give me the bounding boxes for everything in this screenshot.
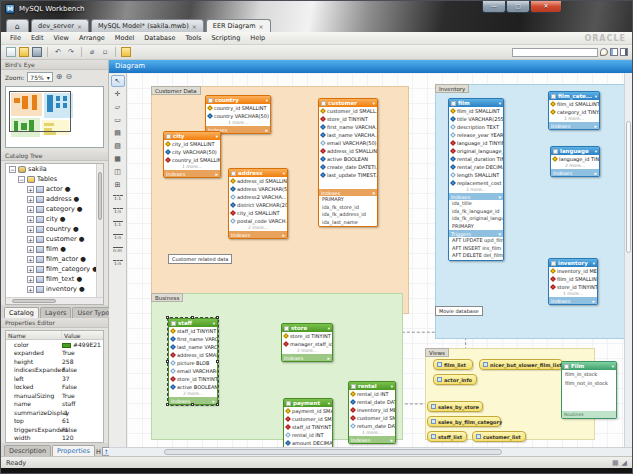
shrink-icon[interactable]: ▫ [100, 47, 110, 57]
tab-catalog[interactable]: Catalog [4, 307, 39, 318]
rel-n-m-identifying-tool[interactable]: n:m [111, 244, 125, 256]
tree-item-inventory[interactable]: +inventory ● [6, 284, 103, 294]
expand-icon[interactable]: + [27, 216, 34, 223]
note-movie-database[interactable]: Movie database [435, 306, 483, 316]
collapse-icon[interactable]: − [18, 176, 25, 183]
property-row-expanded[interactable]: expandedTrue [6, 349, 103, 358]
tree-item-customer[interactable]: +customer ● [6, 234, 103, 244]
undo-icon[interactable]: ↶ [53, 47, 63, 57]
tab-dev-server[interactable]: dev_server× [31, 19, 89, 32]
collapse-arrow-icon[interactable]: ▾ [213, 321, 215, 326]
section-indexes-collapsed[interactable]: Indexes▸ [549, 297, 597, 304]
table-film[interactable]: film▾film_id SMALLINTtitle VARCHAR(255)d… [448, 98, 504, 261]
collapse-arrow-icon[interactable]: ▾ [593, 261, 595, 266]
table-staff[interactable]: staff▾staff_id TINYINTfirst_name VARCH..… [168, 318, 218, 405]
open-model-icon[interactable] [19, 47, 29, 57]
eraser-tool[interactable]: ▱ [111, 101, 125, 113]
section-triggers[interactable]: Triggers▾ [449, 230, 503, 237]
table-language[interactable]: language▾language_id TINY...2 more...Ind… [550, 146, 600, 177]
table-header[interactable]: language▾ [551, 147, 599, 155]
new-document-icon[interactable] [6, 47, 16, 57]
collapse-arrow-icon[interactable]: ▾ [328, 326, 330, 331]
table-store[interactable]: store▾store_id TINYINTmanager_staff_id .… [281, 323, 333, 362]
canvas-horizontal-scrollbar[interactable] [109, 447, 632, 456]
table-header[interactable]: rental▾ [349, 382, 395, 390]
rel-1-1-non-identifying-tool[interactable]: 1:1 [111, 192, 125, 204]
table-address[interactable]: address▾address_id SMALLINTaddress VARCH… [228, 168, 288, 239]
tree-item-country[interactable]: +country ● [6, 224, 103, 234]
routine-group-film[interactable]: Film▾film_in_stockfilm_not_in_stockRouti… [561, 361, 617, 419]
no-sync-icon[interactable]: ⌀ [87, 47, 97, 57]
menu-scripting[interactable]: Scripting [206, 33, 245, 43]
toggle-left-panel-icon[interactable] [610, 48, 618, 56]
property-row-indicesExpanded[interactable]: indicesExpandedFalse [6, 366, 103, 375]
maximize-button[interactable]: ▢ [506, 1, 530, 13]
view-film_list[interactable]: film_list [433, 359, 473, 370]
diagram-canvas[interactable]: Customer DataInventoryBusinessViewscount… [127, 73, 624, 447]
expand-icon[interactable]: + [27, 266, 34, 273]
search-icon[interactable] [600, 48, 608, 56]
collapse-icon[interactable]: − [9, 166, 16, 173]
menu-database[interactable]: Database [139, 33, 180, 43]
rel-1-n-non-identifying-tool[interactable]: 1:n [111, 205, 125, 217]
expand-icon[interactable]: + [27, 246, 34, 253]
collapse-arrow-icon[interactable]: ▾ [266, 98, 268, 103]
table-rental[interactable]: rental▾rental_id INTrental_date DATE...i… [348, 381, 396, 444]
tree-item-address[interactable]: +address ● [6, 194, 103, 204]
property-row-height[interactable]: height258 [6, 357, 103, 366]
redo-icon[interactable]: ↷ [66, 47, 76, 57]
view-sales_by_film_category[interactable]: sales_by_film_category [427, 416, 501, 427]
region-label[interactable]: Business [151, 293, 183, 302]
canvas-vscroll-thumb[interactable] [626, 121, 631, 253]
collapse-arrow-icon[interactable]: ▾ [612, 364, 614, 369]
expand-icon[interactable]: + [27, 286, 34, 293]
table-header[interactable]: film▾ [449, 99, 503, 107]
pan-tool[interactable]: ✛ [111, 88, 125, 100]
section-indexes-collapsed[interactable]: Indexes▸ [229, 231, 287, 238]
table-customer[interactable]: customer▾customer_id SMALL...store_id TI… [318, 98, 378, 227]
tree-scroll-thumb[interactable] [98, 172, 102, 220]
tree-item-film_actor[interactable]: +film_actor ● [6, 254, 103, 264]
property-row-left[interactable]: left37 [6, 374, 103, 383]
tree-item-category[interactable]: +category ● [6, 204, 103, 214]
close-button[interactable]: ✕ [530, 1, 562, 13]
tab-close-icon[interactable]: × [192, 23, 197, 30]
region-label[interactable]: Views [425, 348, 449, 357]
tab-properties[interactable]: Properties [52, 445, 95, 456]
collapse-arrow-icon[interactable]: ▾ [328, 401, 330, 406]
layer-tool[interactable]: ▭ [111, 114, 125, 126]
tree-item-Tables[interactable]: −Tables [6, 174, 103, 184]
tab-history-partial[interactable]: H [96, 448, 101, 456]
table-film_cate[interactable]: film_cate...▾film_id SMALLINTcategory_id… [548, 91, 600, 130]
menu-model[interactable]: Model [110, 33, 140, 43]
expand-icon[interactable]: + [27, 256, 34, 263]
expand-icon[interactable]: + [27, 196, 34, 203]
table-header[interactable]: country▾ [206, 96, 270, 104]
titlebar[interactable]: M MySQL Workbench — ▢ ✕ [1, 1, 632, 17]
table-payment[interactable]: payment▾payment_id SMAL...customer_id SM… [283, 398, 333, 447]
tree-item-film_text[interactable]: +film_text ● [6, 274, 103, 284]
collapse-arrow-icon[interactable]: ▾ [391, 384, 393, 389]
selection-handle[interactable] [166, 360, 169, 363]
view-nicer_but_slower_film_list[interactable]: nicer_but_slower_film_list [479, 359, 563, 370]
table-header[interactable]: payment▾ [284, 399, 332, 407]
routine-group-header[interactable]: Film▾ [562, 362, 616, 370]
property-row-top[interactable]: top61 [6, 417, 103, 426]
section-indexes-collapsed[interactable]: Indexes▸ [349, 436, 395, 443]
resize-grip-icon[interactable]: ◢ [622, 459, 627, 467]
canvas-hscroll-thumb[interactable] [164, 449, 502, 455]
menu-help[interactable]: Help [245, 33, 270, 43]
minimize-button[interactable]: — [482, 1, 506, 13]
section-indexes-collapsed[interactable]: Indexes▸ [282, 354, 332, 361]
tab-mysql-model-sakila-mwb-[interactable]: MySQL Model* (sakila.mwb)× [91, 19, 204, 32]
image-tool[interactable]: ▨ [111, 140, 125, 152]
collapse-arrow-icon[interactable]: ▾ [499, 101, 501, 106]
property-row-color[interactable]: color#499E21 [6, 340, 103, 349]
section-indexes[interactable]: Indexes▾ [449, 193, 503, 200]
tree-hscroll-thumb[interactable] [12, 299, 56, 303]
expand-icon[interactable]: + [27, 276, 34, 283]
collapse-arrow-icon[interactable]: ▾ [283, 171, 285, 176]
tree-item-film[interactable]: +film ● [6, 244, 103, 254]
property-row-manualSizing[interactable]: manualSizingTrue [6, 391, 103, 400]
layout-grid-icon[interactable]: ▦ [612, 459, 619, 467]
